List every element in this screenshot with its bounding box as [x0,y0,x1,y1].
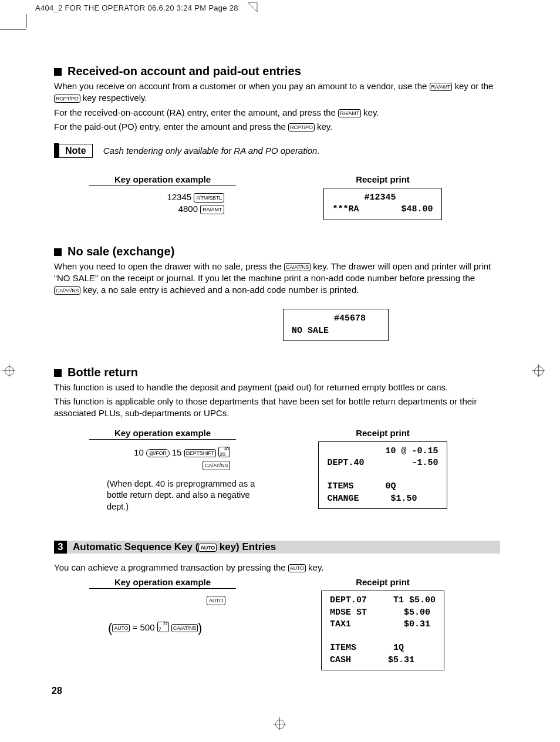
auto-eq-line: (AUTO = 500 277 CA/AT/NS) [54,620,265,636]
key-op-line: CA/AT/NS [54,460,265,470]
numbered-section-bar: 3 Automatic Sequence Key (AUTO key) Entr… [54,541,500,554]
paragraph: This function is used to handle the depo… [54,382,500,393]
paragraph: You can achieve a programmed transaction… [54,562,500,574]
dept-key-icon: 4020 [218,447,230,457]
key-op-heading: Key operation example [89,577,236,589]
paragraph: For the received-on-account (RA) entry, … [54,107,500,119]
registration-mark-icon [532,364,545,377]
square-bullet-icon [54,68,62,76]
dept-key-icon: 277 [157,622,169,632]
receipt-heading: Receipt print [330,428,436,438]
section-number: 3 [54,541,67,554]
caatns-key-icon: CA/AT/NS [284,263,311,271]
example-row: Key operation example AUTO (AUTO = 500 2… [54,577,500,670]
key-op-line: AUTO [54,595,265,605]
registration-mark-icon [2,364,15,377]
receipt-print: #12345 ***RA $48.00 [323,188,441,220]
corner-fold-icon [247,1,258,13]
square-bullet-icon [54,248,62,256]
note-label: Note [59,144,93,158]
receipt-print: #45678 NO SALE [283,309,389,341]
receipt-print: 10 @ -0.15 DEPT.40 -1.50 ITEMS 0Q CHANGE… [318,441,447,509]
auto-key-icon: AUTO [288,564,306,572]
auto-key-icon: AUTO [207,596,225,605]
key-op-line: 10 @/FOR 15 DEPTSHIFT 4020 [54,447,265,457]
key-op-note: (When dept. 40 is preprogrammed as a bot… [54,478,265,513]
example-row: Key operation example 10 @/FOR 15 DEPTSH… [54,428,500,513]
auto-key-icon: AUTO [198,544,217,552]
raamt-key-icon: RA/AMT [430,83,453,91]
square-bullet-icon [54,369,62,377]
note-row: Note Cash tendering only available for R… [54,143,500,158]
registration-mark-icon [273,717,286,730]
paragraph: When you receive on account from a custo… [54,80,500,104]
key-op-heading: Key operation example [89,428,236,440]
section-heading: Bottle return [54,366,500,379]
deptshift-key-icon: DEPTSHIFT [184,449,216,457]
atfor-key-icon: @/FOR [146,449,170,457]
receipt-heading: Receipt print [330,174,436,184]
receipt-heading: Receipt print [330,577,436,587]
note-text: Cash tendering only available for RA and… [103,146,320,156]
paragraph: When you need to open the drawer with no… [54,261,500,296]
caatns-key-icon: CA/AT/NS [203,461,230,470]
heading-text: Bottle return [68,366,138,379]
section-bar-title: Automatic Sequence Key (AUTO key) Entrie… [73,541,276,553]
crop-mark [0,29,26,30]
raamt-key-icon: RA/AMT [338,109,361,117]
page: A404_2 FOR THE OPERATOR 06.6.20 3:24 PM … [0,0,560,742]
section-heading: No sale (exchange) [54,245,500,258]
paragraph: This function is applicable only to thos… [54,396,500,420]
key-op-lines: 12345 #/TM/SBTL 4800 RA/AMT [54,192,265,214]
heading-text: No sale (exchange) [68,245,174,258]
raamt-key-icon: RA/AMT [200,205,224,214]
crop-mark [26,14,27,28]
note-marker-icon [54,143,59,158]
page-number: 28 [52,686,62,696]
rcptpo-key-icon: RCPT/PO [54,95,80,103]
section-heading: Received-on account and paid-out entries [54,65,500,78]
rcptpo-key-icon: RCPT/PO [288,123,315,131]
header-slug: A404_2 FOR THE OPERATOR 06.6.20 3:24 PM … [35,4,238,12]
receipt-print: DEPT.07 T1 $5.00 MDSE ST $5.00 TAX1 $0.3… [321,591,444,670]
paragraph: For the paid-out (PO) entry, enter the a… [54,121,500,133]
tmsbtl-key-icon: #/TM/SBTL [194,193,224,203]
auto-key-icon: AUTO [112,624,130,632]
key-op-heading: Key operation example [89,174,236,186]
caatns-key-icon: CA/AT/NS [54,286,80,295]
example-row: Key operation example 12345 #/TM/SBTL 48… [54,174,500,220]
heading-text: Received-on account and paid-out entries [68,65,301,77]
caatns-key-icon: CA/AT/NS [171,624,198,632]
content-area: Received-on account and paid-out entries… [54,65,500,670]
receipt-row: #45678 NO SALE [54,305,500,341]
